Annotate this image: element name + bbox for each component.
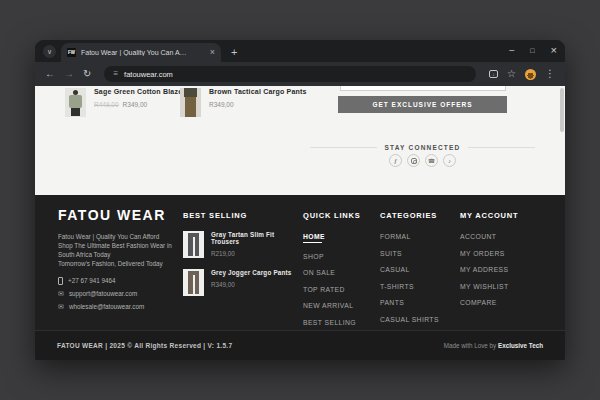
credit-company[interactable]: Exclusive Tech — [498, 342, 543, 349]
tab-search-button[interactable]: ∨ — [43, 45, 56, 58]
link-casual-shirts[interactable]: CASUAL SHIRTS — [380, 316, 439, 323]
minimize-button[interactable]: – — [509, 46, 514, 55]
link-casual[interactable]: CASUAL — [380, 266, 439, 273]
url-text[interactable]: fatouwear.com — [124, 70, 173, 79]
instagram-icon[interactable] — [407, 154, 420, 167]
product-price: R349,00 — [209, 101, 234, 108]
product-old-price: R449,00 — [94, 101, 119, 108]
page-content: Sage Green Cotton Blazer R449,00R349,00 … — [35, 86, 565, 195]
address-bar[interactable]: ≡ fatouwear.com — [104, 66, 476, 82]
link-my-orders[interactable]: MY ORDERS — [460, 250, 518, 257]
best-selling-item[interactable]: Grey Jogger Cargo Pants R349,00 — [183, 269, 301, 296]
contact-phone[interactable]: +27 67 941 9464 — [58, 277, 183, 285]
tab-title: Fatou Wear | Quality You Can A… — [81, 49, 205, 56]
product-card[interactable]: Sage Green Cotton Blazer R449,00R349,00 — [65, 88, 185, 117]
best-selling-image — [183, 269, 204, 296]
contact-email-wholesale[interactable]: ✉ wholesale@fatouwear.com — [58, 303, 183, 310]
contact-list: +27 67 941 9464 ✉ support@fatouwear.com … — [58, 277, 183, 310]
footer-bottom-bar: FATOU WEAR | 2025 © All Rights Reserved … — [35, 330, 565, 360]
best-selling-price: R219,00 — [211, 250, 301, 257]
install-icon[interactable]: ↓ — [489, 70, 498, 78]
link-home[interactable]: HOME — [303, 233, 361, 243]
maximize-button[interactable]: □ — [530, 47, 534, 54]
whatsapp-icon[interactable]: ☎ — [425, 154, 438, 167]
link-my-address[interactable]: MY ADDRESS — [460, 266, 518, 273]
get-exclusive-offers-button[interactable]: GET EXCLUSIVE OFFERS — [338, 96, 507, 113]
site-footer: FATOU WEAR Fatou Wear | Quality You Can … — [35, 195, 565, 330]
quick-links-title: QUICK LINKS — [303, 211, 361, 220]
envelope-icon: ✉ — [58, 290, 64, 297]
stay-connected-divider: STAY CONNECTED — [310, 144, 535, 151]
link-best-selling[interactable]: BEST SELLING — [303, 319, 361, 326]
best-selling-image — [183, 231, 204, 258]
window-controls: – □ × — [509, 40, 557, 60]
stay-connected-label: STAY CONNECTED — [385, 144, 461, 151]
link-my-wishlist[interactable]: MY WISHLIST — [460, 283, 518, 290]
forward-icon[interactable]: → — [64, 69, 74, 79]
profile-avatar[interactable] — [525, 69, 536, 80]
copyright-text: FATOU WEAR | 2025 © All Rights Reserved … — [57, 342, 232, 349]
link-t-shirts[interactable]: T-SHIRTS — [380, 283, 439, 290]
link-new-arrival[interactable]: NEW ARRIVAL — [303, 302, 361, 309]
envelope-icon: ✉ — [58, 303, 64, 310]
product-image — [65, 88, 86, 117]
browser-window: ∨ FW Fatou Wear | Quality You Can A… × +… — [35, 40, 565, 360]
favicon-icon: FW — [67, 48, 76, 57]
chevron-down-icon: ∨ — [47, 48, 52, 56]
phone-icon — [58, 277, 63, 285]
product-name[interactable]: Brown Tactical Cargo Pants — [209, 88, 307, 95]
product-prices: R449,00R349,00 — [94, 101, 185, 108]
link-pants[interactable]: PANTS — [380, 299, 439, 306]
link-shop[interactable]: SHOP — [303, 253, 361, 260]
product-image — [180, 88, 201, 117]
best-selling-name[interactable]: Grey Jogger Cargo Pants — [211, 269, 292, 276]
link-suits[interactable]: SUITS — [380, 250, 439, 257]
reload-icon[interactable]: ↻ — [83, 69, 91, 79]
my-account-title: MY ACCOUNT — [460, 211, 518, 220]
best-selling-item[interactable]: Gray Tartan Slim Fit Trousers R219,00 — [183, 231, 301, 258]
back-icon[interactable]: ← — [45, 69, 55, 79]
menu-kebab-icon[interactable]: ⋮ — [545, 69, 555, 79]
close-button[interactable]: × — [551, 45, 557, 56]
quick-links-column: QUICK LINKS HOME SHOP ON SALE TOP RATED … — [303, 211, 361, 326]
product-prices: R349,00 — [209, 101, 307, 108]
link-formal[interactable]: FORMAL — [380, 233, 439, 240]
brand-logo[interactable]: FATOU WEAR — [58, 207, 183, 223]
my-account-column: MY ACCOUNT ACCOUNT MY ORDERS MY ADDRESS … — [460, 211, 518, 306]
link-on-sale[interactable]: ON SALE — [303, 269, 361, 276]
best-selling-name[interactable]: Gray Tartan Slim Fit Trousers — [211, 231, 301, 245]
product-name[interactable]: Sage Green Cotton Blazer — [94, 88, 185, 95]
categories-column: CATEGORIES FORMAL SUITS CASUAL T-SHIRTS … — [380, 211, 439, 323]
credit-text: Made with Love by Exclusive Tech — [444, 342, 543, 349]
link-compare[interactable]: COMPARE — [460, 299, 518, 306]
social-links: f ☎ ♪ — [310, 154, 535, 167]
browser-toolbar: ← → ↻ ≡ fatouwear.com ↓ ☆ ⋮ — [35, 62, 565, 86]
tab-strip: ∨ FW Fatou Wear | Quality You Can A… × +… — [35, 40, 565, 62]
bookmark-star-icon[interactable]: ☆ — [507, 69, 516, 79]
browser-tab[interactable]: FW Fatou Wear | Quality You Can A… × — [61, 43, 221, 62]
new-tab-button[interactable]: + — [231, 46, 237, 58]
product-card[interactable]: Brown Tactical Cargo Pants R349,00 — [180, 88, 307, 117]
best-selling-title: BEST SELLING — [183, 211, 301, 220]
brand-tagline: Fatou Wear | Quality You Can Afford Shop… — [58, 232, 183, 269]
site-settings-icon[interactable]: ≡ — [113, 70, 118, 78]
footer-brand-column: FATOU WEAR Fatou Wear | Quality You Can … — [58, 207, 183, 310]
contact-email-support[interactable]: ✉ support@fatouwear.com — [58, 290, 183, 297]
tiktok-icon[interactable]: ♪ — [443, 154, 456, 167]
link-top-rated[interactable]: TOP RATED — [303, 286, 361, 293]
best-selling-price: R349,00 — [211, 281, 292, 288]
best-selling-column: BEST SELLING Gray Tartan Slim Fit Trouse… — [183, 211, 301, 296]
product-price: R349,00 — [123, 101, 148, 108]
scrollbar-thumb[interactable] — [560, 88, 564, 132]
categories-title: CATEGORIES — [380, 211, 439, 220]
newsletter-email-input[interactable] — [340, 86, 506, 91]
tab-close-icon[interactable]: × — [210, 48, 215, 57]
link-account[interactable]: ACCOUNT — [460, 233, 518, 240]
facebook-icon[interactable]: f — [389, 154, 402, 167]
